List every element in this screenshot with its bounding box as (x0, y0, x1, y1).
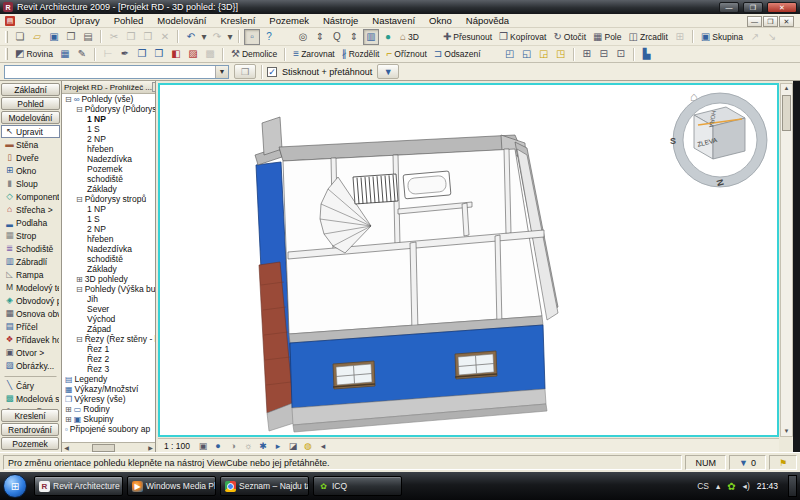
grid-button[interactable]: ▦ (57, 46, 73, 62)
tool-modelova-skupina[interactable]: ▩ Modelová skupi... (1, 392, 60, 405)
tree-rezy[interactable]: ⊟ Řezy (Řez stěny - h (62, 334, 155, 344)
tree-2np[interactable]: 2 NP (62, 134, 155, 144)
demolish-button[interactable]: ⚒ Demolice (228, 46, 280, 62)
new-file-button[interactable]: ❏ (12, 29, 28, 45)
crop-region-button[interactable]: ✱ (257, 440, 269, 452)
tool-pricel[interactable]: ▤ Příčel (1, 320, 60, 333)
menu-pozemek[interactable]: Pozemek (262, 14, 316, 27)
icq-tray-icon[interactable]: ✿ (727, 481, 735, 492)
zoom-in-out-button[interactable]: ⇕ (312, 29, 328, 45)
tree-skupiny[interactable]: ⊞ ▣ Skupiny (62, 414, 155, 424)
toolbar-button[interactable] (278, 29, 294, 45)
tree-nadezdivka[interactable]: Nadezdívka (62, 154, 155, 164)
tool-modelovy-text[interactable]: M Modelový text... (1, 281, 60, 294)
tree-pudorysy[interactable]: ⊟ Půdorysy (Půdorys p (62, 104, 155, 114)
redo-dropdown[interactable]: ▾ (226, 29, 234, 45)
mdi-restore-button[interactable]: ❐ (763, 16, 778, 27)
taskbar-seznam[interactable]: Seznam – Najdu tam... (220, 476, 309, 496)
tree-strop-2np[interactable]: 2 NP (62, 224, 155, 234)
toolbar-button[interactable] (94, 48, 96, 61)
window-tile-button[interactable]: ▥ (363, 29, 379, 45)
delete-button[interactable]: ✕ (157, 29, 173, 45)
tree-1np[interactable]: 1 NP (62, 114, 155, 124)
temporary-hide-button[interactable]: ◪ (287, 440, 299, 452)
volume-icon[interactable]: ◂) (743, 481, 750, 491)
scroll-down-icon[interactable]: ▼ (781, 427, 792, 436)
toolbar-button[interactable] (222, 48, 224, 61)
tool-schodiste[interactable]: ≣ Schodiště (1, 242, 60, 255)
filter-button[interactable]: ▼ (377, 64, 399, 79)
tool-rampa[interactable]: ◺ Rampa (1, 268, 60, 281)
tool-sloup[interactable]: ▮ Sloup (1, 177, 60, 190)
tree-schodiste[interactable]: schodiště (62, 174, 155, 184)
scroll-thumb[interactable] (92, 444, 115, 452)
print-preview-button[interactable]: ❐ (63, 29, 79, 45)
toolbar-handle[interactable] (5, 31, 8, 43)
toolbar-button[interactable] (238, 30, 240, 43)
toolbar-button[interactable] (423, 29, 439, 45)
trim-button[interactable]: ⌐ Oříznout (383, 46, 429, 62)
menu-napoveda[interactable]: Nápověda (459, 14, 516, 27)
cut-button[interactable]: ✂ (106, 29, 122, 45)
designbar-tab-pohled[interactable]: Pohled (1, 97, 60, 110)
designbar-tab-kresleni[interactable]: Kreslení (1, 409, 59, 422)
tree-expand-icon[interactable]: ⊟ (76, 335, 83, 344)
start-button[interactable]: ⊞ (3, 474, 27, 498)
toolbar-button[interactable] (485, 46, 501, 62)
zoom-region-button[interactable]: ◎ (295, 29, 311, 45)
tree-3d-pohledy[interactable]: ⊞ 3D pohledy (62, 274, 155, 284)
designbar-tab-zakladni[interactable]: Základní (1, 83, 60, 96)
menu-modelovani[interactable]: Modelování (150, 14, 213, 27)
uncut-geometry-button[interactable]: ⊟ (596, 46, 612, 62)
taskbar-revit[interactable]: R Revit Architecture 20... (34, 476, 123, 496)
show-desktop-button[interactable] (788, 475, 797, 497)
tool-obvodovy-plast[interactable]: ◈ Obvodový plášť (1, 294, 60, 307)
work-plane-button[interactable]: ◩ Rovina (12, 46, 56, 62)
detail-level-button[interactable]: ▣ (197, 440, 209, 452)
thin-lines-button[interactable]: ▫ (244, 29, 260, 45)
menu-kresleni[interactable]: Kreslení (213, 14, 262, 27)
document-icon[interactable]: ▤ (5, 16, 15, 26)
taskbar-icq[interactable]: ✿ ICQ (313, 476, 402, 496)
bucket-button[interactable]: ◧ (168, 46, 184, 62)
split-button[interactable]: ∦ Rozdělit (339, 46, 383, 62)
match-type-button[interactable]: ✒ (117, 46, 133, 62)
scroll-up-icon[interactable]: ▲ (781, 84, 792, 93)
unjoin-geometry-button[interactable]: ◳ (553, 46, 569, 62)
tree-zaklady[interactable]: Základy (62, 184, 155, 194)
menu-soubor[interactable]: Soubor (18, 14, 63, 27)
print-button[interactable]: ▤ (80, 29, 96, 45)
redo-button[interactable]: ↷ (209, 29, 225, 45)
pan-button[interactable]: ⇕ (346, 29, 362, 45)
tree-strop-schodiste[interactable]: schodiště (62, 254, 155, 264)
tool-strecha[interactable]: ⌂ Střecha > (1, 203, 60, 216)
render-scene-button[interactable]: ● (380, 29, 396, 45)
tree-pozemek[interactable]: Pozemek (62, 164, 155, 174)
toolbar-handle[interactable] (5, 48, 8, 60)
toolbar-button[interactable] (100, 30, 102, 43)
compass-south[interactable]: S (670, 136, 676, 146)
designbar-tab-pozemek[interactable]: Pozemek (1, 437, 59, 450)
design-tool[interactable] (4, 372, 57, 377)
project-browser-titlebar[interactable]: Projekt RD - Prohlížeč ... ✕ (62, 81, 155, 94)
tree-pohledy-vse[interactable]: ⊟ ∞ Pohledy (vše) (62, 94, 155, 104)
tree-rez1[interactable]: Řez 1 (62, 344, 155, 354)
tree-pohledy-vyska[interactable]: ⊟ Pohledy (Výška bud (62, 284, 155, 294)
tool-dvere[interactable]: ▯ Dveře (1, 151, 60, 164)
menu-upravy[interactable]: Úpravy (63, 14, 107, 27)
viewcube[interactable]: S N HORA ZLEVA (670, 93, 767, 187)
tree-pudorysy-stropu[interactable]: ⊟ Půdorysy stropů (62, 194, 155, 204)
tool-obrazky[interactable]: ▨ Obrázky... (1, 359, 60, 372)
menu-nastaveni[interactable]: Nastavení (365, 14, 422, 27)
scroll-thumb[interactable] (782, 95, 791, 131)
tree-expand-icon[interactable]: ⊞ (65, 415, 72, 424)
sketch-button[interactable]: ✎ (74, 46, 90, 62)
menu-okno[interactable]: Okno (422, 14, 459, 27)
3d-house-model[interactable] (255, 117, 558, 432)
tool-upravit[interactable]: ↖ Upravit (1, 125, 60, 138)
paint-button[interactable]: ❒ (151, 46, 167, 62)
tree-strop-1s[interactable]: 1 S (62, 214, 155, 224)
close-button[interactable]: ✕ (767, 2, 797, 13)
bathtub[interactable] (403, 171, 451, 199)
tree-1s[interactable]: 1 S (62, 124, 155, 134)
